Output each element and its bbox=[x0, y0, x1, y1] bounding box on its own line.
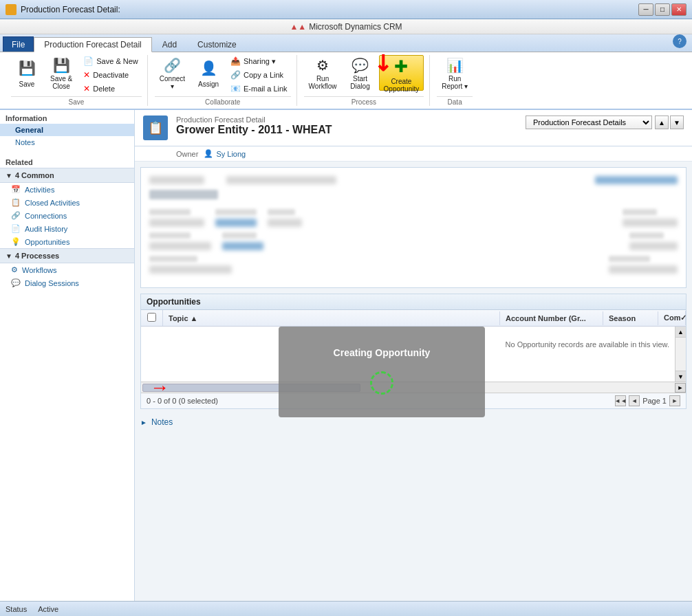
owner-row: Owner 👤 Sy Liong bbox=[135, 146, 692, 162]
field-4 bbox=[149, 209, 204, 227]
form-row-section bbox=[149, 190, 678, 204]
copy-link-icon: 🔗 bbox=[230, 70, 241, 80]
tab-customize[interactable]: Customize bbox=[187, 36, 247, 52]
common-section[interactable]: ▼ 4 Common bbox=[0, 168, 134, 183]
next-page-button[interactable]: ► bbox=[669, 395, 680, 406]
field-12 bbox=[609, 256, 678, 274]
common-label: 4 Common bbox=[15, 171, 54, 179]
col-season[interactable]: Season bbox=[603, 311, 658, 325]
col-topic[interactable]: Topic ▲ bbox=[163, 311, 500, 325]
owner-label: Owner bbox=[176, 150, 198, 158]
blur-value-2 bbox=[226, 176, 336, 184]
col-com[interactable]: Com✓ bbox=[658, 311, 686, 325]
ribbon: 💾 Save 💾 Save &Close 📄 Save & New ✕ Deac… bbox=[0, 52, 692, 110]
field-1 bbox=[149, 176, 204, 184]
first-page-button[interactable]: ◄◄ bbox=[615, 395, 626, 406]
maximize-button[interactable]: □ bbox=[655, 3, 670, 16]
deactivate-button[interactable]: ✕ Deactivate bbox=[80, 69, 142, 81]
nav-item-opportunities[interactable]: 💡 Opportunities bbox=[0, 235, 134, 248]
create-opportunity-icon: ✚ bbox=[390, 57, 412, 76]
audit-history-icon: 📄 bbox=[11, 224, 21, 233]
nav-down-button[interactable]: ▼ bbox=[670, 116, 684, 129]
save-new-icon: 📄 bbox=[83, 56, 94, 66]
col-account[interactable]: Account Number (Gr... bbox=[500, 311, 603, 325]
blur-value-6 bbox=[268, 219, 302, 227]
nav-item-general[interactable]: General bbox=[0, 124, 134, 136]
window-controls[interactable]: ─ □ ✕ bbox=[638, 3, 686, 16]
scroll-down-button[interactable]: ▼ bbox=[675, 371, 686, 382]
field-11 bbox=[149, 256, 232, 274]
field-10 bbox=[629, 232, 678, 250]
save-close-button[interactable]: 💾 Save &Close bbox=[45, 55, 77, 91]
save-new-button[interactable]: 📄 Save & New bbox=[80, 55, 142, 67]
nav-item-workflows[interactable]: ⚙ Workflows bbox=[0, 263, 134, 276]
scroll-up-button[interactable]: ▲ bbox=[675, 327, 686, 338]
pagination: ◄◄ ◄ Page 1 ► bbox=[615, 395, 680, 406]
assign-icon: 👤 bbox=[197, 57, 219, 79]
record-header: 📋 Production Forecast Detail Grower Enti… bbox=[135, 110, 692, 146]
owner-link[interactable]: 👤 Sy Liong bbox=[204, 149, 246, 158]
data-buttons: 📊 RunReport ▾ bbox=[437, 55, 473, 95]
status-value: Active bbox=[38, 605, 58, 613]
nav-item-activities[interactable]: 📅 Activities bbox=[0, 183, 134, 196]
record-nav: Production Forecast Details ▲ ▼ bbox=[526, 116, 684, 129]
record-title: Grower Entity - 2011 - WHEAT bbox=[176, 124, 517, 136]
field-5 bbox=[215, 209, 257, 227]
close-button[interactable]: ✕ bbox=[671, 3, 686, 16]
form-row-2 bbox=[149, 209, 678, 227]
field-9 bbox=[222, 232, 263, 250]
vertical-scrollbar[interactable]: ▲ ▼ bbox=[675, 327, 686, 382]
opportunities-section: Opportunities Topic ▲ Account Number (Gr… bbox=[140, 294, 686, 409]
main-layout: Information General Notes Related ▼ 4 Co… bbox=[0, 110, 692, 616]
tab-file[interactable]: File bbox=[3, 36, 34, 52]
record-view-select[interactable]: Production Forecast Details bbox=[526, 116, 652, 129]
deactivate-icon: ✕ bbox=[83, 70, 90, 80]
blur-value-10 bbox=[629, 242, 678, 250]
connect-icon: 🔗 bbox=[161, 57, 183, 74]
help-button[interactable]: ? bbox=[673, 34, 686, 48]
run-workflow-icon: ⚙ bbox=[312, 57, 334, 74]
tab-add[interactable]: Add bbox=[152, 36, 187, 52]
run-report-button[interactable]: 📊 RunReport ▾ bbox=[437, 55, 473, 91]
nav-item-audit-history[interactable]: 📄 Audit History bbox=[0, 222, 134, 235]
minimize-button[interactable]: ─ bbox=[638, 3, 653, 16]
tab-main[interactable]: Production Forecast Detail bbox=[34, 37, 151, 52]
window-title: Production Forecast Detail: bbox=[21, 5, 638, 14]
nav-item-dialog-sessions[interactable]: 💬 Dialog Sessions bbox=[0, 276, 134, 289]
prev-page-button[interactable]: ◄ bbox=[629, 395, 640, 406]
ribbon-tabs: File Production Forecast Detail Add Cust… bbox=[0, 34, 692, 52]
run-workflow-button[interactable]: ⚙ RunWorkflow bbox=[304, 55, 342, 91]
processes-section[interactable]: ▼ 4 Processes bbox=[0, 248, 134, 263]
field-7 bbox=[623, 209, 678, 227]
nav-item-connections[interactable]: 🔗 Connections bbox=[0, 209, 134, 222]
email-link-button[interactable]: 📧 E-mail a Link bbox=[227, 82, 291, 95]
page-label: Page 1 bbox=[642, 397, 667, 405]
blur-section-title bbox=[149, 190, 218, 199]
assign-button[interactable]: 👤 Assign bbox=[193, 55, 224, 91]
form-row-1 bbox=[149, 176, 678, 184]
ribbon-group-data: 📊 RunReport ▾ Data bbox=[431, 55, 478, 106]
notes-toggle-arrow: ► bbox=[140, 419, 147, 426]
left-nav: Information General Notes Related ▼ 4 Co… bbox=[0, 110, 135, 616]
sharing-button[interactable]: 📤 Sharing ▾ bbox=[227, 55, 291, 67]
crm-top-bar: ▲▲ Microsoft Dynamics CRM ? bbox=[0, 19, 692, 34]
select-all-checkbox[interactable] bbox=[147, 313, 156, 322]
nav-item-closed-activities[interactable]: 📋 Closed Activities bbox=[0, 196, 134, 209]
status-label: Status bbox=[6, 605, 27, 613]
form-row-3 bbox=[149, 232, 678, 250]
field-8 bbox=[149, 232, 211, 250]
delete-button[interactable]: ✕ Delete bbox=[80, 82, 142, 95]
create-opportunity-button[interactable]: ✚ CreateOpportunity bbox=[379, 55, 424, 91]
connections-icon: 🔗 bbox=[11, 211, 21, 220]
start-dialog-button[interactable]: 💬 StartDialog bbox=[345, 55, 376, 91]
copy-link-button[interactable]: 🔗 Copy a Link bbox=[227, 69, 291, 81]
save-button[interactable]: 💾 Save bbox=[11, 55, 43, 91]
scroll-right-button[interactable]: ► bbox=[675, 383, 686, 393]
record-nav-arrows: ▲ ▼ bbox=[655, 116, 684, 129]
connect-button[interactable]: 🔗 Connect▾ bbox=[155, 55, 190, 91]
collaborate-group-label: Collaborate bbox=[155, 96, 291, 106]
crm-app-name: Microsoft Dynamics CRM bbox=[309, 22, 402, 32]
processes-arrow: ▼ bbox=[6, 252, 12, 260]
nav-up-button[interactable]: ▲ bbox=[655, 116, 669, 129]
nav-item-notes[interactable]: Notes bbox=[0, 136, 134, 148]
